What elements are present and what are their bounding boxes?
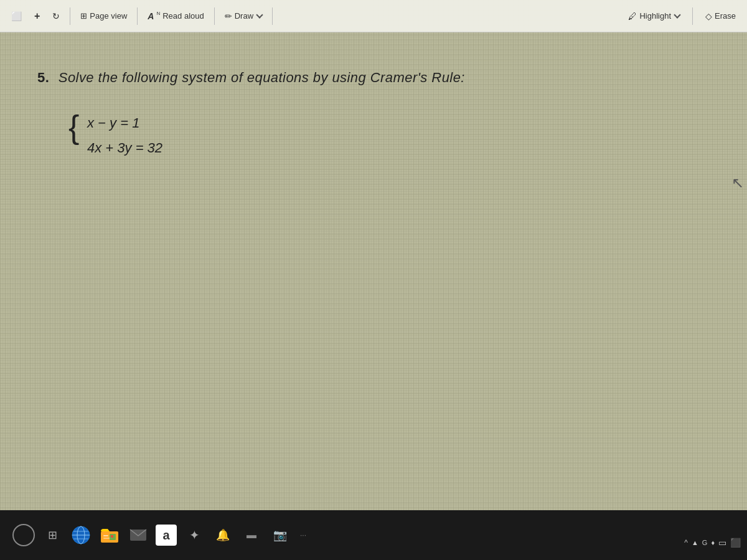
taskbar-explorer-icon[interactable] — [98, 524, 121, 546]
tray-display-icon: ▭ — [718, 538, 726, 548]
erase-label: Erase — [715, 11, 736, 21]
separator-1 — [70, 7, 70, 25]
toolbar-left: ⬜ + ↻ ⊞ Page view A N Read aloud ✏ Draw — [6, 7, 619, 25]
read-aloud-icon: A — [148, 11, 154, 21]
taskbar-notification-icon[interactable]: 🔔 — [212, 524, 234, 546]
page-view-icon: ⊞ — [80, 11, 87, 21]
add-button[interactable]: + — [29, 8, 45, 24]
separator-4 — [272, 7, 273, 25]
read-aloud-button[interactable]: A N Read aloud — [143, 9, 209, 24]
taskbar-window-icon[interactable]: ▬ — [240, 524, 263, 546]
problem-description: Solve the following system of equations … — [59, 70, 465, 85]
system-tray: ^ ▲ G ♦ ▭ ⬛ — [684, 538, 741, 548]
mail-svg — [129, 526, 148, 544]
page-view-label: Page view — [90, 11, 127, 21]
taskbar-asterisk-icon[interactable]: ✦ — [183, 524, 205, 546]
tray-network-icon: ▲ — [692, 539, 698, 546]
highlight-chevron-icon — [674, 11, 680, 21]
folder-svg — [100, 525, 120, 545]
svg-rect-9 — [111, 535, 113, 538]
separator-2 — [137, 7, 138, 25]
page-content: 5. Solve the following system of equatio… — [0, 32, 747, 510]
read-aloud-label: Read aloud — [162, 11, 204, 21]
toolbar-right: 🖊 Highlight ◇ Erase — [623, 7, 741, 25]
taskbar-browser-icon[interactable] — [70, 524, 92, 546]
highlight-label: Highlight — [639, 11, 671, 21]
taskbar-start-icon[interactable]: ⊞ — [41, 524, 63, 546]
problem-number: 5. — [37, 70, 49, 85]
taskbar: ⊞ — [0, 510, 747, 560]
cursor-arrow: ↖ — [731, 174, 744, 192]
erase-button[interactable]: ◇ Erase — [700, 9, 741, 24]
taskbar-text-icon[interactable]: a — [156, 525, 177, 546]
rotate-icon: ↻ — [52, 11, 60, 21]
erase-icon: ◇ — [705, 11, 712, 21]
page-view-button[interactable]: ⊞ Page view — [75, 9, 132, 23]
taskbar-search-icon[interactable] — [12, 524, 35, 546]
tray-window-icon: ⬛ — [730, 538, 741, 548]
draw-button[interactable]: ✏ Draw — [220, 9, 267, 24]
svg-rect-6 — [103, 535, 108, 536]
tray-g-icon: G — [702, 539, 708, 546]
plus-icon: + — [34, 11, 40, 22]
equation-2: 4x + 3y = 32 — [87, 136, 710, 161]
highlight-button[interactable]: 🖊 Highlight — [623, 9, 685, 24]
globe-svg — [71, 525, 91, 545]
equation-1: x − y = 1 — [87, 111, 710, 136]
square-icon: ⬜ — [11, 11, 22, 21]
rotate-button[interactable]: ↻ — [47, 9, 65, 24]
highlight-icon: 🖊 — [628, 11, 637, 21]
read-aloud-sup: N — [156, 11, 160, 16]
taskbar-more: ··· — [300, 531, 306, 539]
taskbar-mail-icon[interactable] — [127, 524, 149, 546]
toolbar: ⬜ + ↻ ⊞ Page view A N Read aloud ✏ Draw — [0, 0, 747, 32]
separator-3 — [214, 7, 215, 25]
brace-icon: { — [68, 111, 79, 143]
tray-caret-icon[interactable]: ^ — [684, 538, 688, 547]
separator-5 — [692, 7, 693, 25]
problem-text: 5. Solve the following system of equatio… — [37, 70, 710, 86]
tray-dot-icon: ♦ — [711, 539, 715, 546]
taskbar-items: ⊞ — [12, 524, 735, 546]
draw-label: Draw — [235, 11, 253, 21]
nav-back-button[interactable]: ⬜ — [6, 9, 27, 24]
equations-container: { x − y = 1 4x + 3y = 32 — [87, 111, 710, 160]
draw-chevron-icon — [256, 11, 262, 21]
draw-icon: ✏ — [225, 11, 232, 21]
taskbar-camera-icon[interactable]: 📷 — [269, 524, 291, 546]
